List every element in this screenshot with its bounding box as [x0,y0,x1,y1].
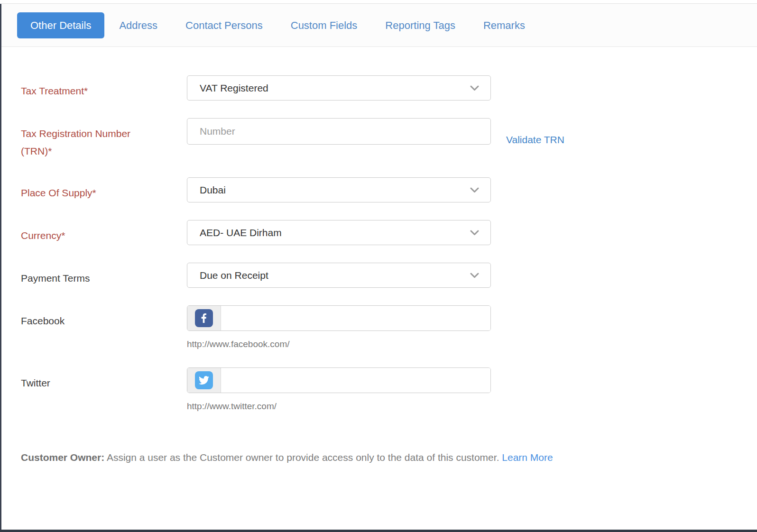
window-edge-left [0,4,1,532]
chevron-down-icon [470,273,479,278]
currency-value: AED- UAE Dirham [200,227,282,238]
tab-remarks[interactable]: Remarks [470,12,538,38]
form-row-place-of-supply: Place Of Supply* Dubai [21,177,757,202]
chevron-down-icon [470,187,479,193]
form-row-payment-terms: Payment Terms Due on Receipt [21,263,757,288]
twitter-input-group [187,367,491,393]
tab-custom-fields[interactable]: Custom Fields [277,12,371,38]
window-edge-bottom [0,530,757,532]
chevron-down-icon [470,230,479,236]
tab-other-details[interactable]: Other Details [17,12,104,38]
twitter-url-hint: http://www.twitter.com/ [187,401,491,412]
chevron-down-icon [470,85,479,91]
form-row-currency: Currency* AED- UAE Dirham [21,220,757,245]
place-of-supply-select[interactable]: Dubai [187,177,491,202]
twitter-input[interactable] [221,368,490,393]
form-row-twitter: Twitter http://www.twitter.com/ [21,367,757,412]
form-row-trn: Tax Registration Number (TRN)* Validate … [21,118,757,160]
customer-owner-note-text: Assign a user as the Customer owner to p… [104,452,502,463]
twitter-icon [195,371,213,389]
tax-treatment-select[interactable]: VAT Registered [187,75,491,101]
facebook-icon [195,309,213,327]
facebook-addon [187,306,221,330]
tab-contact-persons[interactable]: Contact Persons [172,12,276,38]
twitter-addon [187,368,221,393]
customer-owner-note-title: Customer Owner: [21,452,104,463]
facebook-input-group [187,305,491,331]
tax-treatment-value: VAT Registered [200,83,268,94]
currency-select[interactable]: AED- UAE Dirham [187,220,491,245]
tab-bar: Other Details Address Contact Persons Cu… [1,3,757,47]
payment-terms-label: Payment Terms [21,263,187,287]
currency-label: Currency* [21,220,187,244]
twitter-label: Twitter [21,367,187,392]
tab-address[interactable]: Address [106,12,171,38]
facebook-url-hint: http://www.facebook.com/ [187,339,491,350]
facebook-input[interactable] [221,306,490,330]
validate-trn-link[interactable]: Validate TRN [506,132,564,146]
payment-terms-select[interactable]: Due on Receipt [187,263,491,288]
other-details-form: Tax Treatment* VAT Registered Tax Regist… [1,47,757,464]
trn-label: Tax Registration Number (TRN)* [21,118,187,160]
tab-reporting-tags[interactable]: Reporting Tags [372,12,469,38]
customer-owner-note: Customer Owner: Assign a user as the Cus… [21,451,757,464]
form-row-tax-treatment: Tax Treatment* VAT Registered [21,75,757,101]
place-of-supply-label: Place Of Supply* [21,177,187,202]
learn-more-link[interactable]: Learn More [502,452,553,463]
facebook-label: Facebook [21,305,187,330]
trn-input[interactable] [187,118,491,145]
form-row-facebook: Facebook http://www.facebook.com/ [21,305,757,350]
payment-terms-value: Due on Receipt [200,270,268,281]
place-of-supply-value: Dubai [200,184,226,196]
tax-treatment-label: Tax Treatment* [21,75,187,100]
